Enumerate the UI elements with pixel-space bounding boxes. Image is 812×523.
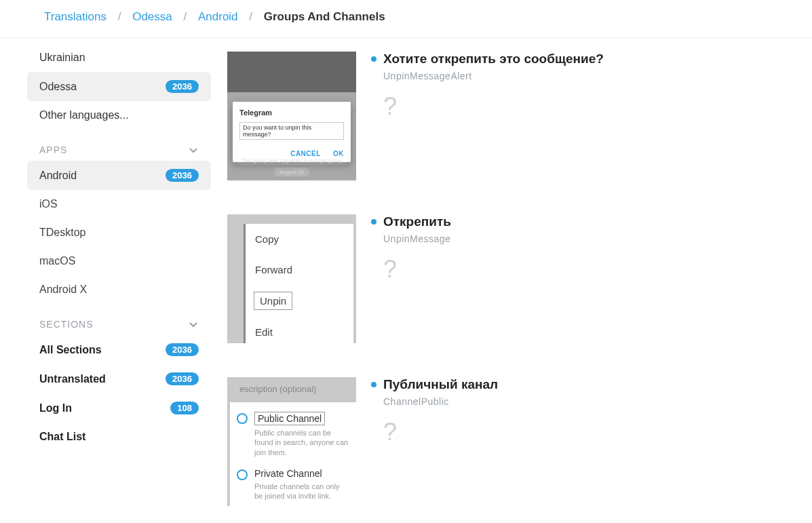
sidebar: Ukrainian Odessa 2036 Other languages...…: [0, 38, 227, 523]
sidebar-item-label: Odessa: [39, 81, 77, 93]
sidebar-item-label: All Sections: [39, 344, 102, 356]
sidebar-item-label: Chat List: [39, 431, 85, 443]
breadcrumb-language[interactable]: Odessa: [132, 10, 172, 23]
screenshot-preview: Telegram Do you want to unpin this messa…: [227, 52, 356, 180]
preview-menu-item: Forward: [246, 254, 353, 285]
translation-missing-icon: ?: [383, 92, 812, 121]
main-content: Telegram Do you want to unpin this messa…: [227, 38, 812, 523]
chevron-down-icon: [188, 319, 199, 330]
sidebar-item-label: iOS: [39, 198, 58, 210]
count-badge: 2036: [166, 372, 199, 385]
preview-option-title-highlighted: Public Channel: [254, 412, 325, 425]
sidebar-app-tdesktop[interactable]: TDesktop: [27, 218, 211, 247]
entry-key: ChannelPublic: [383, 396, 812, 407]
breadcrumb-current: Groups And Channels: [264, 10, 385, 23]
sidebar-item-label: Log In: [39, 402, 72, 414]
radio-icon: [237, 469, 248, 480]
sidebar-app-macos[interactable]: macOS: [27, 247, 211, 275]
screenshot-preview: escription (optional) Public Channel Pub…: [227, 377, 356, 506]
entry-title: Публичный канал: [383, 377, 498, 392]
preview-menu-item: Edit: [246, 317, 353, 343]
screenshot-preview: Copy Forward Unpin Edit: [227, 214, 356, 343]
preview-option-description: Private channels can only be joined via …: [254, 482, 349, 501]
sidebar-item-label: Android: [39, 170, 77, 182]
count-badge: 2036: [166, 169, 199, 182]
radio-icon: [237, 413, 248, 424]
status-dot-icon: [371, 382, 376, 387]
preview-banner: This group was upgraded to a supergroup: [236, 156, 348, 165]
preview-option-description: Public channels can be found in search, …: [254, 428, 349, 457]
sidebar-item-label: TDesktop: [39, 227, 85, 239]
sidebar-item-label: Ukrainian: [39, 52, 85, 64]
sidebar-item-label: Other languages...: [39, 109, 129, 121]
entry-key: UnpinMessageAlert: [383, 71, 812, 81]
status-dot-icon: [371, 219, 376, 225]
breadcrumb-separator: /: [110, 10, 130, 23]
chevron-down-icon: [188, 144, 199, 155]
sidebar-item-label: Android X: [39, 284, 87, 296]
sidebar-section-chatlist[interactable]: Chat List: [27, 423, 211, 451]
sidebar-lang-other[interactable]: Other languages...: [27, 101, 211, 130]
count-badge: 108: [170, 402, 199, 414]
sidebar-app-ios[interactable]: iOS: [27, 190, 211, 218]
translation-missing-icon: ?: [383, 418, 812, 446]
sidebar-lang-odessa[interactable]: Odessa 2036: [27, 72, 211, 101]
sidebar-item-label: macOS: [39, 255, 75, 267]
entry-title: Хотите открепить это сообщение?: [383, 52, 604, 66]
preview-dialog-title: Telegram: [239, 109, 344, 117]
count-badge: 2036: [166, 80, 199, 93]
preview-option-title: Private Channel: [254, 468, 349, 479]
sidebar-app-androidx[interactable]: Android X: [27, 275, 211, 304]
preview-menu-item: Copy: [246, 224, 353, 254]
preview-menu-item-highlighted: Unpin: [254, 292, 292, 310]
sidebar-section-untranslated[interactable]: Untranslated 2036: [27, 364, 211, 393]
sidebar-section-login[interactable]: Log In 108: [27, 393, 211, 423]
sidebar-lang-ukrainian[interactable]: Ukrainian: [27, 43, 211, 72]
sidebar-header-sections[interactable]: SECTIONS: [27, 304, 211, 335]
breadcrumb-translations[interactable]: Translations: [44, 10, 107, 23]
preview-description-label: escription (optional): [230, 381, 356, 402]
breadcrumb-separator: /: [176, 10, 195, 23]
sidebar-header-apps[interactable]: APPS: [27, 130, 211, 161]
translation-missing-icon: ?: [383, 255, 812, 284]
sidebar-section-all[interactable]: All Sections 2036: [27, 335, 211, 364]
preview-date: August 23: [274, 168, 309, 176]
translation-entry[interactable]: Telegram Do you want to unpin this messa…: [227, 52, 812, 214]
count-badge: 2036: [166, 343, 199, 356]
entry-title: Открепить: [383, 214, 451, 229]
breadcrumb-app[interactable]: Android: [198, 10, 238, 23]
sidebar-item-label: Untranslated: [39, 373, 106, 385]
breadcrumb: Translations / Odessa / Android / Groups…: [0, 0, 812, 38]
sidebar-app-android[interactable]: Android 2036: [27, 161, 211, 190]
status-dot-icon: [371, 56, 376, 62]
translation-entry[interactable]: escription (optional) Public Channel Pub…: [227, 377, 812, 523]
sidebar-header-label: APPS: [39, 144, 67, 155]
preview-dialog-text: Do you want to unpin this message?: [239, 122, 344, 140]
translation-entry[interactable]: Copy Forward Unpin Edit Открепить UnpinM…: [227, 214, 812, 377]
sidebar-header-label: SECTIONS: [39, 319, 94, 330]
entry-key: UnpinMessage: [383, 233, 812, 244]
breadcrumb-separator: /: [241, 10, 260, 23]
